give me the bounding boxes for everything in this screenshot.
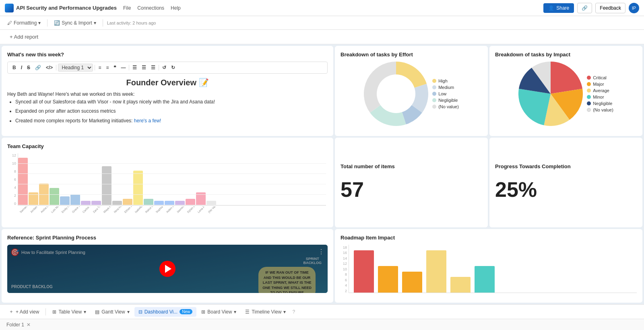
- top-bar-right: 👤 Share 🔗 Feedback IP: [543, 3, 639, 13]
- team-capacity-title: Team Capacity: [7, 143, 328, 149]
- align-left-btn[interactable]: ☰: [131, 64, 138, 71]
- sync-btn[interactable]: 🔄 Sync & Import ▾: [52, 19, 98, 27]
- folder-bar: Folder 1 ✕: [0, 319, 644, 330]
- total-items-value: 57: [341, 177, 364, 202]
- roadmap-bar-1: [354, 250, 374, 293]
- legend-minor: Minor: [587, 95, 613, 99]
- negligible-impact-dot: [587, 101, 591, 105]
- legend-major: Major: [587, 82, 613, 87]
- toolbar-separator-2: [103, 19, 103, 27]
- team-capacity-bar: [175, 201, 185, 205]
- editor-sep-2: [95, 65, 95, 70]
- tab-timeline-view[interactable]: ☰ Timeline View ▾: [241, 307, 290, 317]
- play-button[interactable]: [159, 261, 175, 277]
- low-dot: [432, 92, 436, 96]
- novalue-impact-dot: [587, 108, 591, 112]
- team-capacity-bar: [123, 199, 132, 205]
- nav-file[interactable]: File: [123, 5, 131, 11]
- sync-label: Sync & Import: [62, 20, 92, 26]
- minor-dot: [587, 95, 591, 99]
- main-content: What's new this week? B I S 🔗 </> Headin…: [0, 44, 644, 304]
- tab-gantt-view[interactable]: ▤ Gantt View ▾: [91, 307, 133, 317]
- svg-point-0: [377, 74, 415, 113]
- roadmap-chart: 18 16 14 12 10 8 6 4 2: [341, 245, 637, 293]
- team-capacity-bar: [50, 188, 59, 205]
- add-view-btn[interactable]: ＋ + Add view: [5, 306, 43, 317]
- roadmap-bar-4: [426, 250, 446, 293]
- bullet-list-btn[interactable]: ≡: [97, 64, 103, 71]
- feedback-button[interactable]: Feedback: [595, 3, 625, 13]
- breakdown-impact-title: Breakdown of tasks by Impact: [495, 52, 637, 58]
- table-chevron: ▾: [84, 309, 86, 315]
- video-embed[interactable]: 🎯 How to Facilitate Sprint Planning ⋮ SP…: [7, 245, 328, 293]
- table-view-label: Table View: [58, 309, 82, 315]
- impact-pie-chart: [518, 62, 583, 126]
- impact-legend: Critical Major Average Minor Negligible: [587, 75, 613, 112]
- redo-btn[interactable]: ↻: [169, 64, 177, 71]
- bar-labels-container: Samantha ChenJordan PatelAisha GreenLuis…: [18, 206, 326, 218]
- bold-btn[interactable]: B: [11, 64, 18, 71]
- whats-new-card: What's new this week? B I S 🔗 </> Headin…: [2, 46, 333, 136]
- tab-board-view[interactable]: ⊞ Board View ▾: [197, 307, 240, 317]
- video-overlay[interactable]: [7, 245, 328, 293]
- share-icon: 👤: [548, 5, 554, 11]
- whats-new-title: What's new this week?: [7, 52, 328, 58]
- ordered-list-btn[interactable]: ≡: [104, 64, 110, 71]
- link-here[interactable]: here's a few!: [134, 118, 161, 124]
- progress-value: 25%: [495, 177, 537, 202]
- new-badge: New: [180, 309, 192, 314]
- tabs-separator: [45, 308, 46, 316]
- nav-help[interactable]: Help: [171, 5, 181, 11]
- board-chevron: ▾: [234, 309, 236, 315]
- add-icon: ＋: [9, 308, 14, 315]
- code-btn[interactable]: </>: [44, 64, 54, 71]
- table-icon: ⊞: [52, 309, 56, 315]
- formatting-btn[interactable]: 🖊 Formatting ▾: [5, 19, 43, 27]
- y-axis: 12 10 8 6 4 2 0: [7, 153, 17, 206]
- roadmap-bar-2: [378, 266, 398, 292]
- bullet-1: Synced all of our Salesforce data with V…: [15, 98, 328, 106]
- tab-table-view[interactable]: ⊞ Table View ▾: [48, 307, 90, 317]
- tab-dashboard-view[interactable]: ⊟ Dashboard Vi... New: [134, 307, 197, 317]
- bullet-2: Expanded on prior after action success m…: [15, 107, 328, 115]
- folder-close[interactable]: ✕: [27, 322, 31, 328]
- roadmap-y-axis: 18 16 14 12 10 8 6 4 2: [341, 245, 349, 293]
- dashboard-view-label: Dashboard Vi...: [144, 309, 178, 315]
- breakdown-impact-card: Breakdown of tasks by Impact Critica: [489, 46, 642, 136]
- major-dot: [587, 82, 591, 86]
- app-title: API Security and Performance Upgrades: [16, 5, 117, 11]
- breakdown-effort-card: Breakdown of tasks by Effort High: [335, 46, 488, 136]
- board-icon: ⊞: [201, 309, 205, 315]
- link-button[interactable]: 🔗: [577, 3, 592, 13]
- heading-select[interactable]: Heading 1 Heading 2 Paragraph: [58, 64, 93, 72]
- share-button[interactable]: 👤 Share: [543, 3, 574, 13]
- undo-btn[interactable]: ↺: [161, 64, 168, 71]
- roadmap-bar-6: [475, 266, 495, 292]
- formatting-label: Formatting: [14, 20, 37, 26]
- add-view-label: + Add view: [16, 309, 39, 315]
- team-capacity-bar: [39, 184, 49, 205]
- strike-btn[interactable]: S: [25, 64, 32, 71]
- pie-impact-container: Critical Major Average Minor Negligible: [495, 62, 637, 126]
- average-dot: [587, 89, 591, 93]
- align-center-btn[interactable]: ☰: [140, 64, 148, 71]
- toolbar: 🖊 Formatting ▾ 🔄 Sync & Import ▾ Last ac…: [0, 16, 644, 30]
- pie-effort-container: High Medium Low Negligible (No value): [341, 62, 482, 126]
- team-capacity-bar: [112, 201, 122, 205]
- play-icon: [165, 265, 171, 273]
- grid-line: [18, 163, 326, 164]
- align-right-btn[interactable]: ☰: [149, 64, 157, 71]
- add-report-button[interactable]: + Add report: [6, 32, 41, 41]
- team-capacity-bar: [196, 192, 206, 205]
- medium-dot: [432, 85, 436, 89]
- quote-btn[interactable]: ❝: [112, 64, 118, 71]
- add-report-bar: + Add report: [0, 30, 644, 44]
- roadmap-card: Roadmap Item Impact 18 16 14 12 10 8 6 4…: [335, 229, 642, 303]
- editor-sep-1: [56, 65, 56, 70]
- help-icon[interactable]: ?: [292, 309, 295, 315]
- timeline-view-label: Timeline View: [252, 309, 281, 315]
- link-btn[interactable]: 🔗: [33, 64, 43, 71]
- nav-connections[interactable]: Connections: [137, 5, 164, 11]
- italic-btn[interactable]: I: [19, 64, 24, 71]
- hr-btn[interactable]: —: [119, 64, 127, 71]
